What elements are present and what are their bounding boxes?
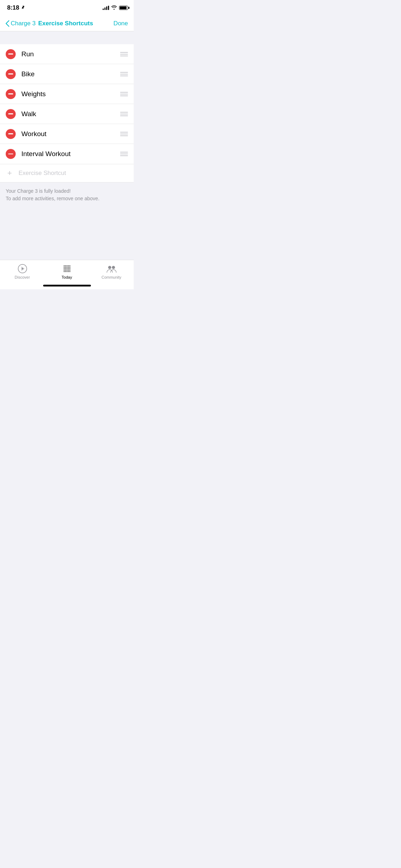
svg-point-19	[65, 270, 66, 271]
drag-handle[interactable]	[120, 52, 128, 56]
svg-point-21	[68, 270, 69, 271]
svg-point-15	[66, 268, 67, 269]
remove-button[interactable]	[6, 69, 16, 79]
add-icon: +	[6, 169, 14, 177]
status-bar: 8:18	[0, 0, 134, 16]
drag-handle[interactable]	[120, 152, 128, 156]
drag-handle[interactable]	[120, 72, 128, 76]
drag-handle[interactable]	[120, 132, 128, 136]
remove-button[interactable]	[6, 149, 16, 159]
exercise-label: Walk	[21, 110, 120, 118]
status-icons	[103, 5, 128, 11]
drag-handle[interactable]	[120, 112, 128, 116]
drag-handle[interactable]	[120, 92, 128, 96]
svg-point-8	[63, 267, 65, 268]
svg-point-28	[108, 266, 111, 269]
exercise-label: Weights	[21, 90, 120, 98]
svg-point-20	[66, 270, 67, 271]
battery-icon	[119, 6, 128, 10]
svg-point-24	[65, 271, 66, 272]
svg-point-14	[65, 268, 66, 269]
tab-today-label: Today	[62, 275, 72, 279]
svg-point-27	[69, 271, 70, 272]
list-item: Bike	[0, 64, 134, 84]
add-exercise-label: Exercise Shortcut	[19, 170, 66, 177]
time-display: 8:18	[7, 4, 19, 11]
exercise-label: Interval Workout	[21, 150, 120, 158]
svg-point-26	[68, 271, 69, 272]
bottom-fill	[0, 207, 134, 260]
list-item: Weights	[0, 84, 134, 104]
status-time: 8:18	[7, 4, 25, 11]
svg-point-23	[63, 271, 65, 272]
exercise-label: Bike	[21, 70, 120, 78]
remove-button[interactable]	[6, 89, 16, 99]
tab-today[interactable]: Today	[45, 264, 89, 279]
today-icon	[62, 264, 72, 274]
svg-point-29	[112, 266, 115, 269]
discover-icon	[17, 264, 27, 274]
svg-point-11	[68, 267, 69, 268]
signal-icon	[103, 6, 109, 10]
navigation-header: Charge 3 Exercise Shortcuts Done	[0, 16, 134, 31]
exercise-label: Workout	[21, 130, 120, 138]
remove-button[interactable]	[6, 49, 16, 59]
main-content: Run Bike Weights Walk Workout	[0, 31, 134, 260]
top-spacer	[0, 31, 134, 44]
tab-discover[interactable]: Discover	[0, 264, 45, 279]
list-item: Workout	[0, 124, 134, 144]
tab-community-label: Community	[102, 275, 122, 279]
list-item: Run	[0, 44, 134, 64]
remove-button[interactable]	[6, 129, 16, 139]
svg-point-16	[68, 268, 69, 269]
info-message: Your Charge 3 is fully loaded!To add mor…	[6, 187, 128, 202]
svg-point-9	[65, 267, 66, 268]
exercise-label: Run	[21, 50, 120, 58]
page-title: Exercise Shortcuts	[18, 20, 113, 27]
svg-point-3	[63, 265, 65, 267]
exercise-list: Run Bike Weights Walk Workout	[0, 44, 134, 182]
svg-point-12	[69, 267, 70, 268]
info-box: Your Charge 3 is fully loaded!To add mor…	[0, 182, 134, 207]
svg-point-2	[22, 268, 23, 269]
svg-point-4	[65, 265, 66, 267]
add-exercise-row[interactable]: + Exercise Shortcut	[0, 164, 134, 182]
svg-point-5	[66, 265, 67, 267]
chevron-left-icon	[6, 20, 9, 27]
svg-point-10	[66, 267, 67, 268]
list-item: Interval Workout	[0, 144, 134, 164]
done-button[interactable]: Done	[113, 20, 128, 27]
location-icon	[21, 6, 25, 10]
svg-point-22	[69, 270, 70, 271]
list-item: Walk	[0, 104, 134, 124]
remove-button[interactable]	[6, 109, 16, 119]
svg-point-13	[63, 268, 65, 269]
tab-community[interactable]: Community	[89, 264, 134, 279]
wifi-icon	[111, 5, 117, 11]
svg-point-17	[69, 268, 70, 269]
home-indicator	[43, 285, 91, 286]
svg-point-18	[63, 270, 65, 271]
community-icon	[107, 264, 117, 274]
svg-point-7	[69, 265, 70, 267]
svg-point-6	[68, 265, 69, 267]
svg-point-25	[66, 271, 67, 272]
tab-discover-label: Discover	[15, 275, 30, 279]
